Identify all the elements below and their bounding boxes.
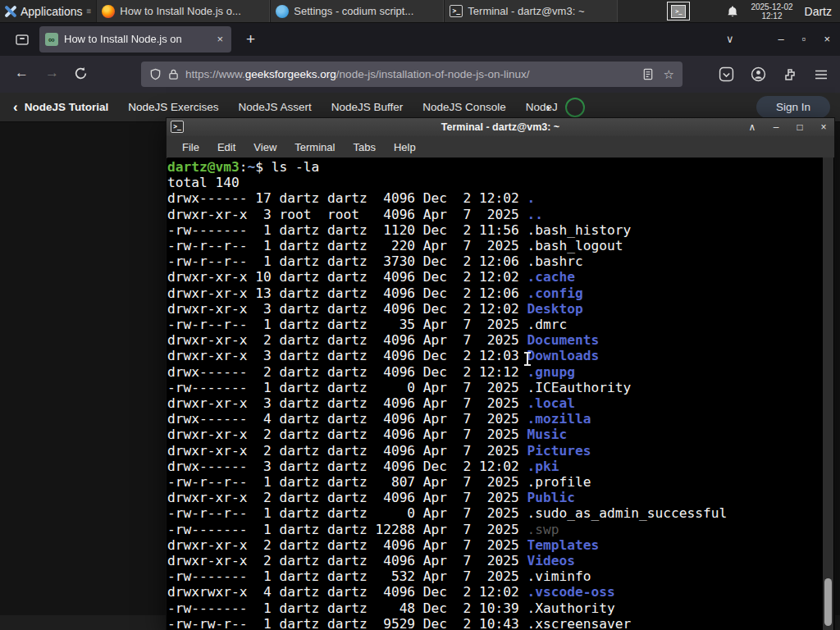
- sign-in-button[interactable]: Sign In: [756, 96, 830, 118]
- site-nav-link[interactable]: NodeJS Buffer: [331, 101, 404, 113]
- terminal-title-bar[interactable]: >_ Terminal - dartz@vm3: ~ ∧ – □ ×: [167, 118, 834, 136]
- terminal-line: drwxr-xr-x 2 dartz dartz 4096 Apr 7 2025…: [167, 537, 834, 553]
- list-all-tabs-icon[interactable]: ∨: [721, 31, 739, 47]
- desktop: Applications ≡ How to Install Node.js o.…: [0, 0, 840, 630]
- terminal-menu-bar: FileEditViewTerminalTabsHelp: [167, 136, 834, 158]
- site-nav-link[interactable]: NodeJS Exercises: [128, 101, 218, 113]
- panel-user-name[interactable]: Dartz: [805, 5, 832, 18]
- terminal-maximize-button[interactable]: □: [794, 121, 806, 133]
- terminal-close-button[interactable]: ×: [818, 121, 829, 133]
- terminal-line: -rw------- 1 dartz dartz 48 Dec 2 10:39 …: [167, 600, 834, 616]
- panel-clock[interactable]: 2025-12-02 12:12: [751, 2, 792, 21]
- terminal-line: -rw------- 1 dartz dartz 0 Apr 7 2025 .I…: [167, 380, 834, 395]
- notifications-bell-icon[interactable]: [726, 5, 739, 18]
- terminal-menu-edit[interactable]: Edit: [208, 141, 244, 153]
- terminal-line: drwx------ 17 dartz dartz 4096 Dec 2 12:…: [167, 190, 834, 206]
- site-search-icon[interactable]: [565, 98, 585, 117]
- terminal-line: -rw-r--r-- 1 dartz dartz 0 Apr 7 2025 .s…: [167, 505, 834, 521]
- terminal-menu-view[interactable]: View: [244, 141, 285, 153]
- browser-window-controls: – ▫ ×: [778, 33, 830, 45]
- browser-close-button[interactable]: ×: [824, 33, 830, 45]
- tray-terminal-icon[interactable]: >_: [667, 2, 690, 21]
- firefox-view-icon[interactable]: [10, 27, 34, 52]
- terminal-line: drwxrwxr-x 4 dartz dartz 4096 Dec 2 12:0…: [167, 584, 834, 600]
- terminal-line: -rw------- 1 dartz dartz 1120 Dec 2 11:5…: [167, 222, 834, 238]
- site-nav-link[interactable]: NodeJS Assert: [238, 101, 311, 113]
- terminal-scrollbar-thumb[interactable]: [824, 578, 832, 626]
- terminal-menu-file[interactable]: File: [173, 141, 208, 153]
- terminal-line: drwx------ 2 dartz dartz 4096 Dec 2 12:1…: [167, 364, 834, 380]
- terminal-icon: >_: [450, 5, 463, 17]
- terminal-line: drwxr-xr-x 2 dartz dartz 4096 Apr 7 2025…: [167, 553, 834, 568]
- extensions-icon[interactable]: [783, 67, 797, 82]
- browser-tab-active[interactable]: ∞ How to Install Node.js on ×: [39, 26, 231, 52]
- terminal-line: drwxr-xr-x 3 dartz dartz 4096 Dec 2 12:0…: [167, 301, 834, 317]
- site-nav-items: NodeJS TutorialNodeJS ExercisesNodeJS As…: [25, 101, 558, 113]
- browser-maximize-button[interactable]: ▫: [802, 33, 806, 45]
- terminal-line: dartz@vm3:~$ ls -la: [167, 159, 834, 175]
- site-nav-link[interactable]: NodeJS Crypto: [526, 101, 558, 113]
- terminal-window-controls: ∧ – □ ×: [746, 118, 829, 136]
- tab-close-icon[interactable]: ×: [214, 32, 226, 46]
- terminal-line: -rw------- 1 dartz dartz 12288 Apr 7 202…: [167, 522, 834, 537]
- terminal-window: >_ Terminal - dartz@vm3: ~ ∧ – □ × FileE…: [166, 117, 835, 630]
- bookmark-star-icon[interactable]: ☆: [664, 67, 674, 82]
- terminal-title: Terminal - dartz@vm3: ~: [167, 121, 834, 133]
- shield-icon[interactable]: [149, 68, 162, 80]
- new-tab-button[interactable]: +: [240, 29, 262, 50]
- terminal-line: total 140: [167, 175, 834, 190]
- browser-tab-bar: ∞ How to Install Node.js on × + ∨ – ▫ ×: [0, 22, 840, 56]
- terminal-line: -rw------- 1 dartz dartz 532 Apr 7 2025 …: [167, 568, 834, 584]
- site-nav-link[interactable]: NodeJS Console: [422, 101, 505, 113]
- back-icon[interactable]: ←: [15, 65, 29, 81]
- terminal-line: drwx------ 4 dartz dartz 4096 Apr 7 2025…: [167, 411, 834, 427]
- applications-menu-label: Applications: [21, 5, 83, 18]
- site-nav-link[interactable]: NodeJS Tutorial: [25, 101, 109, 113]
- taskbar-window-button[interactable]: Settings - codium script...: [270, 0, 444, 22]
- terminal-line: drwxr-xr-x 13 dartz dartz 4096 Dec 2 12:…: [167, 285, 834, 301]
- account-icon[interactable]: [751, 66, 766, 82]
- taskbar-window-button[interactable]: How to Install Node.js o...: [96, 0, 270, 22]
- firefox-icon: [102, 5, 115, 18]
- applications-menu-icon: [3, 5, 16, 18]
- taskbar-window-label: How to Install Node.js o...: [120, 5, 240, 17]
- mouse-ibeam-cursor: [523, 351, 532, 367]
- site-nav-overflow-chevron-icon[interactable]: ›: [546, 100, 550, 114]
- terminal-line: drwxr-xr-x 2 dartz dartz 4096 Apr 7 2025…: [167, 490, 834, 505]
- clock-date: 2025-12-02: [751, 2, 792, 11]
- terminal-line: -rw-r--r-- 1 dartz dartz 220 Apr 7 2025 …: [167, 238, 834, 253]
- applications-menu-button[interactable]: Applications ≡: [0, 0, 96, 22]
- terminal-window-icon: >_: [171, 121, 184, 133]
- terminal-menu-help[interactable]: Help: [385, 141, 425, 153]
- terminal-line: drwxr-xr-x 2 dartz dartz 4096 Apr 7 2025…: [167, 332, 834, 348]
- url-text[interactable]: https://www.geeksforgeeks.org/node-js/in…: [185, 68, 636, 80]
- terminal-output[interactable]: dartz@vm3:~$ ls -latotal 140drwx------ 1…: [167, 158, 834, 630]
- terminal-menu-tabs[interactable]: Tabs: [344, 141, 384, 153]
- tab-title: How to Install Node.js on: [64, 33, 208, 45]
- site-nav-back-chevron-icon[interactable]: ‹: [13, 99, 18, 116]
- terminal-line: -rw-r--r-- 1 dartz dartz 3730 Dec 2 12:0…: [167, 253, 834, 269]
- terminal-scrollbar[interactable]: [823, 158, 833, 630]
- reload-icon[interactable]: [74, 66, 88, 80]
- terminal-line: -rw-rw-r-- 1 dartz dartz 9529 Dec 2 10:4…: [167, 616, 834, 630]
- top-panel: Applications ≡ How to Install Node.js o.…: [0, 0, 840, 23]
- taskbar-window-button[interactable]: >_Terminal - dartz@vm3: ~: [444, 0, 618, 22]
- forward-icon[interactable]: →: [45, 65, 59, 81]
- url-bar[interactable]: https://www.geeksforgeeks.org/node-js/in…: [141, 62, 682, 87]
- terminal-shade-button[interactable]: ∧: [746, 121, 758, 133]
- taskbar-windows: How to Install Node.js o...Settings - co…: [96, 0, 618, 22]
- terminal-line: -rw-r--r-- 1 dartz dartz 35 Apr 7 2025 .…: [167, 317, 834, 332]
- lock-icon[interactable]: [168, 68, 179, 80]
- geeksforgeeks-favicon: ∞: [45, 33, 58, 46]
- panel-right: 2025-12-02 12:12 Dartz: [726, 0, 840, 22]
- codium-icon: [276, 5, 289, 18]
- taskbar-window-label: Terminal - dartz@vm3: ~: [468, 5, 584, 17]
- menu-lines-icon: ≡: [87, 7, 92, 15]
- terminal-minimize-button[interactable]: –: [770, 121, 782, 133]
- system-tray: >_: [667, 2, 690, 21]
- browser-minimize-button[interactable]: –: [778, 33, 784, 45]
- downloads-icon[interactable]: [719, 66, 734, 82]
- reader-view-icon[interactable]: [642, 68, 654, 80]
- terminal-menu-terminal[interactable]: Terminal: [285, 141, 344, 153]
- menu-hamburger-icon[interactable]: [814, 68, 829, 81]
